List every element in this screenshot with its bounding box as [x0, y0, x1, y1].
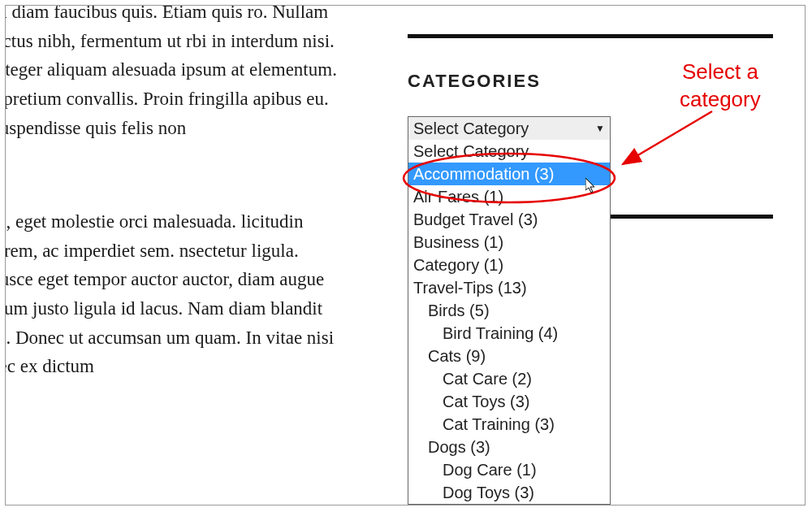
- category-option[interactable]: Cats (9): [408, 345, 610, 367]
- category-option[interactable]: Bird Training (4): [408, 322, 610, 345]
- paragraph-1: da diam faucibus quis. Etiam quis ro. Nu…: [5, 5, 339, 142]
- category-option[interactable]: Dogs (3): [408, 436, 610, 458]
- category-option[interactable]: Dog Toys (3): [408, 481, 610, 504]
- annotation-line1: Select a: [682, 59, 758, 84]
- select-current-label: Select Category: [413, 119, 529, 138]
- chevron-down-icon: ▼: [595, 123, 605, 134]
- widget-separator-1: [408, 34, 773, 38]
- annotation-label: Select a category: [680, 59, 761, 114]
- category-option[interactable]: Select Category: [408, 140, 610, 163]
- page-frame: da diam faucibus quis. Etiam quis ro. Nu…: [5, 5, 806, 505]
- category-option[interactable]: Cat Toys (3): [408, 390, 610, 413]
- category-option[interactable]: Air Fares (1): [408, 185, 610, 208]
- category-option[interactable]: Birds (5): [408, 299, 610, 322]
- category-option[interactable]: Business (1): [408, 231, 610, 254]
- category-dropdown-list[interactable]: Select CategoryAccommodation (3)Air Fare…: [408, 140, 611, 505]
- category-select[interactable]: Select Category ▼ Select CategoryAccommo…: [408, 116, 611, 141]
- category-option[interactable]: Cat Care (2): [408, 367, 610, 390]
- category-option[interactable]: Accommodation (3): [408, 163, 610, 185]
- body-text: da diam faucibus quis. Etiam quis ro. Nu…: [5, 5, 339, 397]
- annotation-line2: category: [680, 87, 761, 111]
- category-option[interactable]: Dog Care (1): [408, 458, 610, 481]
- select-current-value[interactable]: Select Category ▼: [408, 116, 611, 141]
- category-option[interactable]: Cat Training (3): [408, 413, 610, 436]
- paragraph-2: us, eget molestie orci malesuada. licitu…: [5, 207, 339, 381]
- category-option[interactable]: Budget Travel (3): [408, 208, 610, 231]
- category-option[interactable]: Travel-Tips (13): [408, 276, 610, 299]
- category-option[interactable]: Category (1): [408, 254, 610, 276]
